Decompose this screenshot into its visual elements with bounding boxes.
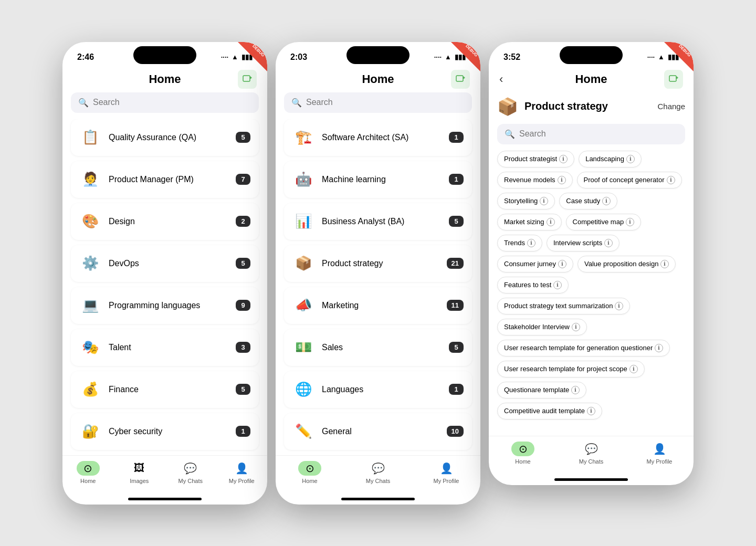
search-bar[interactable]: 🔍 xyxy=(497,124,685,144)
category-label: Business Analyst (BA) xyxy=(322,217,449,226)
tag-pill[interactable]: Stakeholder Interview ℹ xyxy=(497,319,587,335)
tag-pill[interactable]: Trends ℹ xyxy=(497,235,542,251)
dynamic-island xyxy=(560,46,623,64)
nav-item-my-chats[interactable]: 💬 My Chats xyxy=(362,461,394,484)
nav-item-my-profile[interactable]: 👤 My Profile xyxy=(226,461,257,484)
tag-pill[interactable]: User research template for project scope… xyxy=(497,361,645,377)
add-chat-button[interactable] xyxy=(664,70,683,89)
tag-pill[interactable]: Product strategist ℹ xyxy=(497,151,574,167)
tag-pill[interactable]: Questionare template ℹ xyxy=(497,382,586,398)
tag-info-button[interactable]: ℹ xyxy=(587,407,595,415)
tag-pill[interactable]: User research template for generation qu… xyxy=(497,340,670,356)
compose-icon xyxy=(242,74,253,85)
nav-item-home[interactable]: ⊙ Home xyxy=(507,442,539,465)
tag-info-button[interactable]: ℹ xyxy=(655,344,663,352)
list-item[interactable]: 💵 Sales 5 xyxy=(284,329,472,366)
nav-label: Home xyxy=(515,458,530,465)
nav-label: Home xyxy=(80,478,96,484)
search-bar[interactable]: 🔍 xyxy=(284,92,472,113)
tag-info-button[interactable]: ℹ xyxy=(572,323,580,331)
tag-info-button[interactable]: ℹ xyxy=(604,239,613,247)
change-button[interactable]: Change xyxy=(657,102,685,111)
list-item[interactable]: 📊 Business Analyst (BA) 5 xyxy=(284,203,472,240)
nav-item-home[interactable]: ⊙ Home xyxy=(294,461,326,484)
tag-pill[interactable]: Revenue models ℹ xyxy=(497,172,573,188)
tag-info-button[interactable]: ℹ xyxy=(602,197,611,205)
category-icon: 🎨 xyxy=(79,211,101,233)
search-bar[interactable]: 🔍 xyxy=(71,92,259,113)
list-item[interactable]: 💰 Finance 5 xyxy=(71,371,259,408)
signal-icon: ···· xyxy=(647,53,655,61)
nav-label: Images xyxy=(130,478,149,484)
list-item[interactable]: 💻 Programming languages 9 xyxy=(71,287,259,324)
nav-item-my-chats[interactable]: 💬 My Chats xyxy=(575,442,607,465)
tag-label: Interview scripts xyxy=(553,239,602,247)
list-item[interactable]: 🌐 Languages 1 xyxy=(284,371,472,408)
nav-item-home[interactable]: ⊙ Home xyxy=(72,461,104,484)
product-emoji: 📦 xyxy=(497,97,518,117)
tag-info-button[interactable]: ℹ xyxy=(558,260,566,268)
tag-pill[interactable]: Storytelling ℹ xyxy=(497,193,555,209)
tag-info-button[interactable]: ℹ xyxy=(667,176,675,184)
list-item[interactable]: 🏗️ Software Architect (SA) 1 xyxy=(284,119,472,156)
tag-label: Stakeholder Interview xyxy=(504,323,570,331)
tag-label: Case study xyxy=(566,197,600,205)
tag-pill[interactable]: Market sizing ℹ xyxy=(497,214,562,230)
nav-item-images[interactable]: 🖼 Images xyxy=(123,461,155,484)
status-time: 3:52 xyxy=(503,52,520,62)
tag-pill[interactable]: Competitive map ℹ xyxy=(566,214,642,230)
tag-info-button[interactable]: ℹ xyxy=(571,386,580,394)
list-item[interactable]: 📋 Quality Assurance (QA) 5 xyxy=(71,119,259,156)
nav-item-my-profile[interactable]: 👤 My Profile xyxy=(430,461,462,484)
tags-container: Product strategist ℹ Landscaping ℹ Reven… xyxy=(489,151,694,436)
category-icon: 🏗️ xyxy=(292,127,314,149)
tag-info-button[interactable]: ℹ xyxy=(629,365,638,373)
category-icon: 🌐 xyxy=(292,379,314,401)
tag-pill[interactable]: Consumer jurney ℹ xyxy=(497,256,573,272)
search-input[interactable] xyxy=(93,98,251,107)
signal-icon: ···· xyxy=(434,53,442,61)
tag-info-button[interactable]: ℹ xyxy=(615,302,623,310)
tag-info-button[interactable]: ℹ xyxy=(527,239,536,247)
nav-icon: ⊙ xyxy=(298,461,321,476)
list-item[interactable]: 📣 Marketing 11 xyxy=(284,287,472,324)
tag-info-button[interactable]: ℹ xyxy=(559,155,568,163)
back-button[interactable]: ‹ xyxy=(499,72,503,86)
tag-pill[interactable]: Case study ℹ xyxy=(559,193,617,209)
list-item[interactable]: 📦 Product strategy 21 xyxy=(284,245,472,282)
list-item[interactable]: 🎨 Design 2 xyxy=(71,203,259,240)
tag-info-button[interactable]: ℹ xyxy=(558,176,566,184)
tag-pill[interactable]: Interview scripts ℹ xyxy=(547,235,620,251)
list-item[interactable]: 🤖 Machine learning 1 xyxy=(284,161,472,198)
tag-info-button[interactable]: ℹ xyxy=(626,155,635,163)
tag-info-button[interactable]: ℹ xyxy=(540,197,548,205)
category-count-badge: 5 xyxy=(236,384,250,395)
category-icon: 🧑‍💼 xyxy=(79,169,101,191)
nav-item-my-chats[interactable]: 💬 My Chats xyxy=(175,461,206,484)
list-item[interactable]: 🎭 Talent 3 xyxy=(71,329,259,366)
tag-pill[interactable]: Proof of concept generator ℹ xyxy=(577,172,682,188)
tag-pill[interactable]: Landscaping ℹ xyxy=(579,151,642,167)
search-input[interactable] xyxy=(519,129,678,139)
tag-info-button[interactable]: ℹ xyxy=(626,218,634,226)
phone-screen-1: DEBUG 2:46 ···· ▲ ▮▮▮ Home 🔍 � xyxy=(62,42,267,505)
tag-info-button[interactable]: ℹ xyxy=(553,281,562,289)
tag-pill[interactable]: Value proposition design ℹ xyxy=(578,256,676,272)
tag-info-button[interactable]: ℹ xyxy=(547,218,555,226)
tag-pill[interactable]: Product strategy text summarization ℹ xyxy=(497,298,630,314)
signal-icon: ···· xyxy=(221,53,228,61)
home-indicator xyxy=(128,498,202,500)
list-item[interactable]: ✏️ General 10 xyxy=(284,413,472,450)
add-chat-button[interactable] xyxy=(451,70,470,89)
tag-label: Consumer jurney xyxy=(504,260,556,268)
tag-info-button[interactable]: ℹ xyxy=(660,260,669,268)
add-chat-button[interactable] xyxy=(238,70,257,89)
tag-pill[interactable]: Features to test ℹ xyxy=(497,277,569,293)
list-item[interactable]: 🔐 Cyber security 1 xyxy=(71,413,259,450)
list-item[interactable]: ⚙️ DevOps 5 xyxy=(71,245,259,282)
search-icon: 🔍 xyxy=(78,98,89,108)
list-item[interactable]: 🧑‍💼 Product Manager (PM) 7 xyxy=(71,161,259,198)
search-input[interactable] xyxy=(306,98,465,107)
tag-pill[interactable]: Competitive audit template ℹ xyxy=(497,403,602,419)
nav-item-my-profile[interactable]: 👤 My Profile xyxy=(644,442,675,465)
